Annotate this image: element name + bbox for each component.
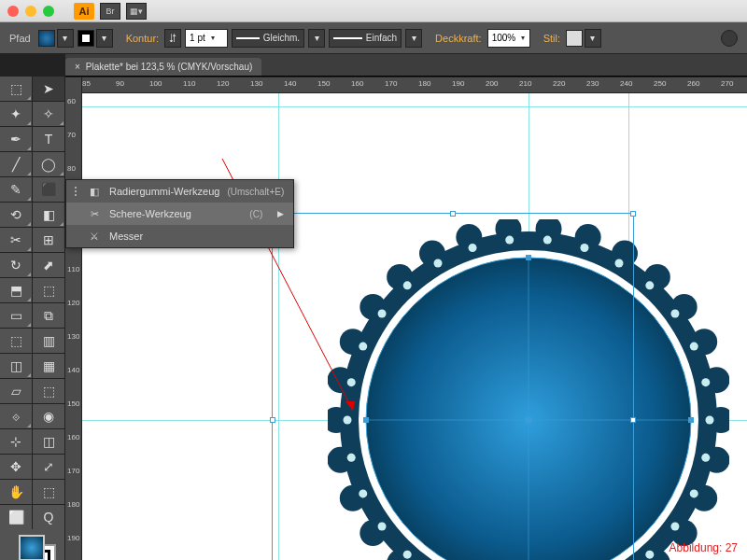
tool-button[interactable]: ⬜: [0, 505, 32, 529]
ruler-tick: 220: [553, 79, 565, 88]
tool-button[interactable]: ✦: [0, 102, 32, 126]
flyout-item-label: Radiergummi-Werkzeug: [109, 186, 219, 197]
flyout-item[interactable]: ◧Radiergummi-Werkzeug(Umschalt+E): [66, 180, 293, 203]
svg-point-31: [706, 416, 714, 425]
stroke-profile-select[interactable]: Gleichm.: [232, 29, 304, 48]
stroke-label: Kontur:: [126, 33, 159, 44]
resize-handle[interactable]: [450, 211, 456, 217]
tool-button[interactable]: ▦: [33, 354, 64, 378]
tool-button[interactable]: ⊹: [0, 429, 32, 454]
tool-button[interactable]: ✥: [0, 455, 32, 479]
tool-button[interactable]: ✂: [0, 228, 32, 252]
stroke-swatch[interactable]: [78, 30, 94, 47]
tool-button[interactable]: ⬚: [33, 480, 64, 504]
canvas[interactable]: [82, 93, 747, 560]
ruler-tick: 260: [687, 79, 699, 88]
stroke-swatch-menu[interactable]: ▾: [96, 29, 113, 48]
tool-icon: ◧: [87, 186, 102, 198]
tool-button[interactable]: ⟐: [0, 404, 32, 428]
tool-button[interactable]: ▱: [0, 379, 32, 403]
tool-button[interactable]: ✋: [0, 480, 32, 504]
ruler-tick: 230: [586, 79, 599, 88]
tool-button[interactable]: ⬚: [0, 329, 32, 353]
close-window-button[interactable]: [7, 6, 19, 17]
recolor-artwork-button[interactable]: [721, 30, 738, 47]
style-swatch[interactable]: [566, 30, 583, 47]
ruler-tick: 120: [67, 299, 80, 307]
tool-button[interactable]: ⤢: [33, 455, 64, 479]
tool-button[interactable]: ✧: [33, 102, 64, 126]
tool-button[interactable]: ◧: [33, 203, 64, 227]
control-bar: Pfad ▾ ▾ Kontur: ⮃ 1 pt▾ Gleichm. ▾ Einf…: [0, 22, 747, 54]
style-label: Stil:: [543, 33, 560, 44]
tool-button[interactable]: ➤: [33, 77, 64, 101]
ruler-tick: 110: [183, 79, 195, 88]
ruler-tick: 85: [82, 79, 91, 88]
resize-handle[interactable]: [630, 417, 636, 423]
arrange-documents-button[interactable]: ▦▾: [126, 3, 147, 20]
flyout-item[interactable]: ✂Schere-Werkzeug(C)▶: [66, 203, 293, 225]
document-tab-row: × Plakette* bei 123,5 % (CMYK/Vorschau): [0, 54, 747, 77]
fill-color-well[interactable]: [19, 535, 45, 560]
tools-panel: ⬚➤✦✧✒T╱◯✎⬛⟲◧✂⊞↻⬈⬒⬚▭⧉⬚▥◫▦▱⬚⟐◉⊹◫✥⤢✋⬚⬜Q: [0, 54, 65, 560]
zoom-window-button[interactable]: [43, 6, 54, 17]
fill-swatch-menu[interactable]: ▾: [57, 29, 74, 48]
brush-select[interactable]: Einfach: [329, 29, 402, 48]
stroke-profile-arrow[interactable]: ▾: [308, 29, 325, 48]
tool-button[interactable]: ⬚: [33, 278, 64, 302]
svg-point-34: [670, 523, 679, 531]
close-tab-icon[interactable]: ×: [75, 62, 80, 72]
tool-button[interactable]: ⬈: [33, 253, 64, 277]
flyout-item-shortcut: (Umschalt+E): [227, 187, 284, 197]
fill-swatch[interactable]: [38, 30, 55, 47]
tool-button[interactable]: ⊞: [33, 228, 64, 252]
tool-button[interactable]: ⬒: [0, 278, 32, 302]
tool-icon: ⚔: [87, 231, 102, 243]
tool-button[interactable]: ▥: [33, 329, 64, 353]
ruler-tick: 150: [67, 399, 80, 408]
tool-button[interactable]: ⧉: [33, 303, 64, 328]
style-arrow[interactable]: ▾: [585, 29, 601, 48]
tool-button[interactable]: ╱: [0, 152, 32, 176]
tool-button[interactable]: ◫: [0, 354, 32, 378]
tool-button[interactable]: ✎: [0, 177, 32, 202]
document-tab-label: Plakette* bei 123,5 % (CMYK/Vorschau): [86, 62, 252, 72]
ruler-tick: 170: [385, 79, 397, 88]
tool-button[interactable]: ◫: [33, 429, 64, 454]
bridge-button[interactable]: Br: [100, 3, 120, 20]
svg-point-60: [701, 378, 710, 386]
vertical-ruler[interactable]: 60708090100110120130140150160170180190: [65, 93, 82, 560]
stroke-weight-stepper[interactable]: ⮃: [164, 29, 181, 48]
ruler-tick: 120: [217, 79, 229, 88]
app-logo: Ai: [74, 3, 94, 20]
flyout-item[interactable]: ⚔Messer: [66, 225, 293, 247]
color-well[interactable]: [0, 529, 64, 560]
ruler-origin[interactable]: [65, 77, 82, 94]
ruler-tick: 250: [654, 79, 666, 88]
stroke-weight-input[interactable]: 1 pt▾: [185, 29, 228, 48]
selection-bounding-box[interactable]: [272, 213, 634, 560]
tool-button[interactable]: ⟲: [0, 203, 32, 227]
tool-button[interactable]: ▭: [0, 303, 32, 328]
tool-button[interactable]: ⬚: [33, 379, 64, 403]
tool-button[interactable]: ◯: [33, 152, 64, 176]
tool-button[interactable]: ⬚: [0, 77, 32, 101]
resize-handle[interactable]: [270, 417, 275, 423]
minimize-window-button[interactable]: [25, 6, 36, 17]
document-tab[interactable]: × Plakette* bei 123,5 % (CMYK/Vorschau): [65, 58, 261, 76]
svg-point-58: [670, 309, 679, 317]
horizontal-ruler[interactable]: 8590100110120130140150160170180190200210…: [65, 77, 747, 93]
tool-button[interactable]: ✒: [0, 127, 32, 151]
tool-button[interactable]: Q: [33, 505, 64, 529]
brush-arrow[interactable]: ▾: [405, 29, 422, 48]
submenu-indicator-icon: ▶: [277, 209, 284, 218]
ruler-tick: 180: [418, 79, 430, 88]
selection-type-label: Pfad: [9, 33, 31, 44]
opacity-input[interactable]: 100%▾: [487, 29, 530, 48]
tool-button[interactable]: T: [33, 127, 64, 151]
guide-horizontal[interactable]: [82, 106, 747, 107]
resize-handle[interactable]: [630, 211, 636, 217]
tool-button[interactable]: ◉: [33, 404, 64, 428]
tool-button[interactable]: ⬛: [33, 177, 64, 202]
tool-button[interactable]: ↻: [0, 253, 32, 277]
